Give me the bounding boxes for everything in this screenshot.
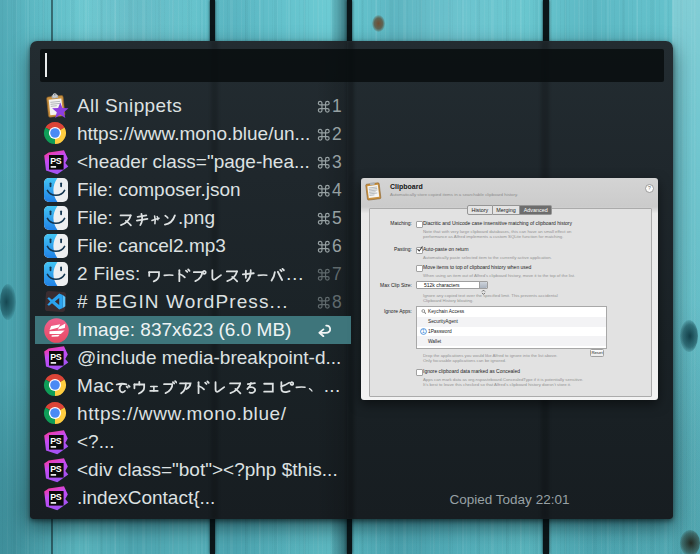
svg-text:PS: PS (50, 464, 61, 474)
svg-text:PS: PS (50, 156, 61, 166)
svg-text:PS: PS (50, 492, 61, 502)
svg-text:1: 1 (422, 330, 425, 335)
svg-text:PS: PS (50, 436, 61, 446)
svg-text:PS: PS (50, 352, 61, 362)
